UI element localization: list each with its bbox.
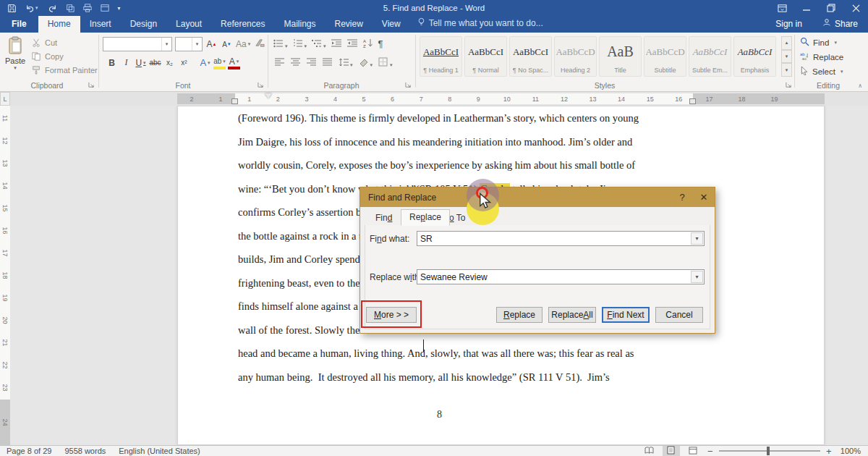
touch-mode-button[interactable] (66, 4, 75, 12)
find-button[interactable]: Find (800, 37, 843, 48)
style-card[interactable]: AaBbCcI Emphasis (733, 36, 776, 77)
replace-button[interactable]: abac Replace (800, 51, 843, 62)
align-right-button[interactable] (307, 58, 317, 68)
tab-layout[interactable]: Layout (166, 16, 211, 33)
tab-references[interactable]: References (211, 16, 274, 33)
select-button[interactable]: Select (800, 66, 843, 77)
right-indent-marker[interactable] (689, 98, 696, 104)
redo-button[interactable] (47, 4, 57, 12)
tab-mailings[interactable]: Mailings (274, 16, 325, 33)
font-dialog-launcher[interactable] (258, 81, 265, 89)
dialog-tab-find[interactable]: Find (367, 211, 400, 226)
decrease-indent-button[interactable] (331, 39, 342, 49)
italic-button[interactable]: I (120, 56, 132, 69)
numbering-button[interactable] (293, 39, 307, 49)
styles-scroll-up-button[interactable]: ▲ (781, 36, 792, 50)
style-card[interactable]: AaBbCcI ¶ Heading 1 (420, 36, 462, 77)
tab-view[interactable]: View (373, 16, 410, 33)
tell-me-box[interactable]: Tell me what you want to do... (410, 14, 550, 33)
share-button[interactable]: Share (812, 15, 868, 33)
zoom-out-button[interactable]: − (706, 446, 715, 456)
find-next-button[interactable]: Find Next (602, 307, 650, 323)
line-spacing-button[interactable] (339, 58, 353, 68)
cancel-button[interactable]: Cancel (655, 307, 703, 323)
web-layout-button[interactable] (684, 446, 702, 456)
style-card[interactable]: AaBbCcI ¶ Normal (464, 36, 507, 77)
change-case-button[interactable]: Aa (236, 38, 250, 51)
font-size-input[interactable] (176, 38, 190, 51)
dialog-tab-replace[interactable]: Replace (401, 209, 450, 226)
tab-selector[interactable]: L (0, 92, 10, 106)
borders-button[interactable] (378, 57, 393, 68)
format-painter-button[interactable]: Format Painter (30, 65, 98, 75)
horizontal-ruler[interactable]: L 21 12345678910111213141516 171819 (0, 92, 868, 106)
dialog-close-button[interactable]: ✕ (693, 187, 715, 207)
shading-button[interactable] (359, 58, 373, 68)
text-effects-button[interactable]: A (199, 56, 211, 69)
sort-button[interactable]: AZ (363, 38, 373, 49)
page-count-status[interactable]: Page 8 of 29 (0, 447, 58, 455)
replace-dialog-button[interactable]: Replace (496, 307, 542, 323)
tab-home[interactable]: Home (38, 16, 80, 33)
style-card[interactable]: AaBbCcI Subtle Em... (689, 36, 731, 77)
left-indent-marker[interactable] (231, 98, 238, 104)
font-size-combobox[interactable]: ▾ (175, 37, 203, 51)
copy-button[interactable]: Copy (30, 51, 98, 62)
increase-indent-button[interactable] (347, 39, 358, 49)
dialog-help-button[interactable]: ? (671, 187, 693, 207)
style-card[interactable]: AaBbCcD Heading 2 (554, 36, 597, 77)
style-card[interactable]: AaB Title (599, 36, 642, 77)
font-color-button[interactable]: A (228, 56, 240, 69)
clear-formatting-button[interactable] (253, 38, 265, 51)
styles-dialog-launcher[interactable] (786, 81, 793, 89)
undo-button[interactable]: ▾ (25, 4, 38, 12)
superscript-button[interactable]: x² (178, 56, 190, 69)
find-what-combobox[interactable]: ▾ (417, 231, 705, 246)
styles-scroll-down-button[interactable]: ▼ (781, 50, 792, 64)
paste-button[interactable]: Paste ▾ (4, 36, 26, 71)
bullets-button[interactable] (273, 39, 288, 49)
subscript-button[interactable]: x₂ (163, 56, 176, 69)
print-layout-button[interactable] (663, 446, 680, 456)
justify-button[interactable] (323, 58, 333, 68)
close-button[interactable] (843, 0, 868, 16)
zoom-in-button[interactable]: + (825, 446, 833, 456)
highlight-color-button[interactable]: ab (213, 56, 226, 69)
styles-gallery-more-button[interactable]: ▼ (781, 63, 792, 77)
replace-with-dropdown-icon[interactable]: ▾ (691, 271, 703, 283)
style-card[interactable]: AaBbCcI ¶ No Spac... (509, 36, 552, 77)
zoom-level[interactable]: 100% (838, 447, 861, 455)
editor-window-button[interactable] (101, 4, 109, 12)
language-status[interactable]: English (United States) (112, 447, 207, 455)
dialog-title-bar[interactable]: Find and Replace ? ✕ (360, 187, 715, 207)
ribbon-display-options-button[interactable] (770, 0, 794, 16)
sign-in-button[interactable]: Sign in (765, 16, 812, 33)
replace-with-input[interactable] (417, 270, 689, 284)
paragraph-dialog-launcher[interactable] (405, 81, 413, 89)
replace-all-button[interactable]: Replace All (548, 307, 596, 323)
show-hide-pilcrow-button[interactable]: ¶ (378, 38, 383, 49)
align-left-button[interactable] (275, 58, 285, 68)
multilevel-list-button[interactable] (312, 39, 326, 49)
tab-review[interactable]: Review (325, 16, 372, 33)
align-center-button[interactable] (291, 58, 301, 68)
underline-button[interactable]: U (135, 56, 147, 69)
qat-customize-button[interactable]: ▾ (118, 5, 121, 12)
minimize-button[interactable] (794, 0, 819, 16)
shrink-font-button[interactable]: A▼ (221, 38, 233, 51)
zoom-slider-thumb[interactable] (767, 447, 770, 455)
font-name-input[interactable] (103, 38, 160, 51)
collapse-ribbon-button[interactable]: ∧ (858, 83, 862, 89)
strikethrough-button[interactable]: abc (149, 56, 161, 69)
find-what-input[interactable] (417, 232, 689, 245)
save-button[interactable] (7, 4, 17, 13)
grow-font-button[interactable]: A▲ (205, 38, 218, 51)
read-mode-button[interactable] (641, 446, 658, 456)
word-count-status[interactable]: 9558 words (58, 447, 112, 455)
vertical-ruler[interactable]: 11121314151617181920212223 24 (0, 106, 10, 445)
clipboard-dialog-launcher[interactable] (88, 81, 96, 89)
zoom-slider[interactable] (719, 450, 820, 452)
bold-button[interactable]: B (106, 56, 118, 69)
tab-insert[interactable]: Insert (80, 16, 121, 33)
cut-button[interactable]: Cut (30, 38, 98, 48)
